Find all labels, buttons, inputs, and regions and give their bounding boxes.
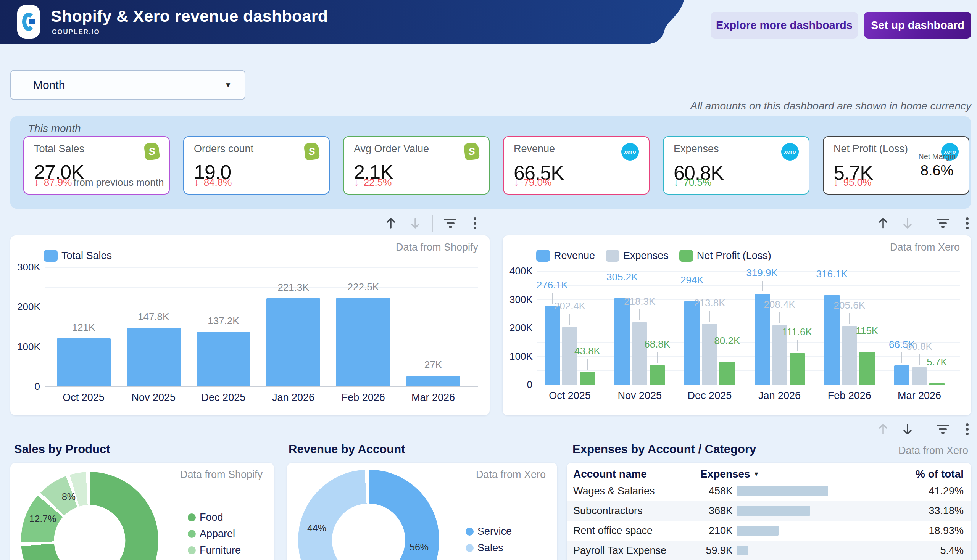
delta-down-arrow-icon: ↓ (354, 177, 359, 188)
column-header-pct-of-total[interactable]: % of total (915, 468, 964, 480)
bar[interactable] (894, 365, 909, 385)
delta-value: -84.8% (200, 177, 232, 188)
bar[interactable] (580, 372, 595, 385)
bar[interactable] (912, 367, 927, 385)
table-row[interactable]: Rent office space210K18.93% (567, 521, 971, 540)
set-up-dashboard-button[interactable]: Set up dashboard (864, 12, 971, 38)
kebab-menu-icon[interactable] (468, 216, 482, 230)
delta-suffix: from previous month (73, 177, 164, 188)
bar-value-label: 276.1K (522, 279, 583, 291)
toolbar-divider (925, 215, 925, 232)
account-name-cell: Subcontractors (573, 505, 643, 517)
kpi-card-revenue[interactable]: Revenuexero66.5K↓-79.0% (503, 136, 650, 195)
grid-line (45, 307, 478, 307)
period-dropdown[interactable]: Month ▼ (10, 70, 246, 100)
page-title: Shopify & Xero revenue dashboard (51, 7, 328, 25)
brand-label: COUPLER.IO (52, 28, 100, 36)
data-source-label: Data from Xero (476, 469, 546, 481)
kebab-menu-icon[interactable] (960, 422, 974, 437)
legend-item-furniture[interactable]: Furniture (188, 544, 241, 556)
donut-slice-label: 44% (307, 523, 326, 534)
bar-value-label: 319.9K (731, 267, 793, 279)
bar[interactable] (57, 338, 111, 387)
y-axis-tick-label: 100K (17, 341, 40, 353)
bar[interactable] (632, 322, 647, 385)
legend-item-food[interactable]: Food (188, 512, 241, 523)
move-up-icon[interactable] (876, 216, 890, 230)
column-header-account-name[interactable]: Account name (573, 468, 647, 480)
legend-item-apparel[interactable]: Apparel (188, 528, 241, 540)
kpi-card-avg-order-value[interactable]: Avg Order ValueS2.1K↓-22.5% (343, 136, 489, 195)
filter-icon[interactable] (935, 216, 950, 230)
label-leader-line (902, 352, 902, 363)
kpi-card-orders-count[interactable]: Orders countS19.0↓-84.8% (183, 136, 330, 195)
y-axis-tick-label: 400K (509, 265, 533, 277)
kpi-card-expenses[interactable]: Expensesxero60.8K↓-70.5% (663, 136, 810, 195)
pct-of-total-cell: 18.93% (899, 525, 964, 537)
bar-value-label: 221.3K (263, 282, 324, 293)
bar-value-label: 60.8K (889, 341, 950, 352)
delta-value: -79.0% (520, 177, 551, 188)
kpi-title: Revenue (514, 143, 555, 155)
data-source-label: Data from Xero (899, 445, 968, 457)
table-row[interactable]: Wages & Salaries458K41.29% (567, 481, 971, 501)
net-margin-block: Net Margin8.6% (918, 152, 955, 179)
legend-item-service[interactable]: Service (466, 526, 512, 537)
kpi-delta: ↓-79.0% (514, 177, 551, 188)
expenses-bar (737, 545, 748, 555)
legend-label: Sales (478, 542, 503, 554)
grid-line (537, 385, 960, 385)
bar-value-label: 80.2K (696, 335, 758, 347)
kpi-title: Avg Order Value (354, 143, 429, 155)
xero-icon: xero (781, 143, 799, 161)
label-leader-line (726, 349, 727, 359)
kpi-delta: ↓-22.5% (354, 177, 392, 188)
table-row[interactable]: Payroll Tax Expense59.9K5.4% (567, 540, 971, 560)
kebab-menu-icon[interactable] (960, 216, 974, 230)
chevron-down-icon: ▼ (224, 81, 232, 89)
bar-value-label: 68.8K (627, 338, 688, 350)
move-up-icon[interactable] (876, 422, 890, 437)
bar-value-label: 218.3K (609, 296, 670, 307)
kpi-card-total-sales[interactable]: Total SalesS27.0K↓-87.9% from previous m… (23, 136, 170, 195)
y-axis-tick-label: 200K (17, 301, 40, 313)
column-header-expenses[interactable]: Expenses ▼ (700, 468, 760, 480)
bar[interactable] (406, 376, 460, 387)
bar-value-label: 27K (402, 359, 464, 371)
label-leader-line (867, 339, 867, 350)
bar[interactable] (197, 332, 251, 387)
bar[interactable] (650, 365, 665, 385)
move-down-icon[interactable] (900, 216, 915, 230)
grid-line (537, 285, 960, 286)
table-row[interactable]: Subcontractors368K33.18% (567, 501, 971, 521)
bar[interactable] (929, 383, 945, 385)
donut-slice-label: 8% (62, 491, 75, 502)
bar-value-label: 111.6K (767, 326, 828, 338)
bar[interactable] (266, 298, 320, 387)
kpi-card-net-profit-loss-[interactable]: Net Profit (Loss)xero5.7K↓-95.0%Net Marg… (823, 136, 969, 195)
label-leader-line (587, 359, 588, 370)
delta-value: -87.9% (40, 177, 72, 188)
filter-icon[interactable] (935, 422, 950, 437)
legend-item-sales[interactable]: Sales (466, 542, 512, 554)
move-down-icon[interactable] (900, 422, 915, 437)
bar[interactable] (336, 298, 390, 387)
bar[interactable] (860, 352, 875, 385)
kpi-panel: This month Total SalesS27.0K↓-87.9% from… (10, 117, 971, 209)
delta-down-arrow-icon: ↓ (674, 177, 678, 188)
section-title-revenue-by-account: Revenue by Account (289, 443, 405, 456)
move-down-icon[interactable] (408, 216, 423, 230)
revenue-by-account-card: Data from Xero 56%44% ServiceSales (287, 463, 557, 560)
bar-value-label: 43.8K (557, 345, 618, 357)
bar[interactable] (790, 353, 805, 385)
bar[interactable] (720, 362, 735, 385)
bar[interactable] (702, 324, 717, 385)
explore-more-dashboards-button[interactable]: Explore more dashboards (711, 12, 858, 38)
label-leader-line (569, 314, 570, 325)
bar[interactable] (127, 328, 180, 387)
kpi-title: Total Sales (34, 143, 84, 155)
move-up-icon[interactable] (384, 216, 398, 230)
x-axis-tick-label: Mar 2026 (885, 390, 954, 402)
filter-icon[interactable] (443, 216, 458, 230)
y-axis-tick-label: 100K (509, 350, 533, 362)
